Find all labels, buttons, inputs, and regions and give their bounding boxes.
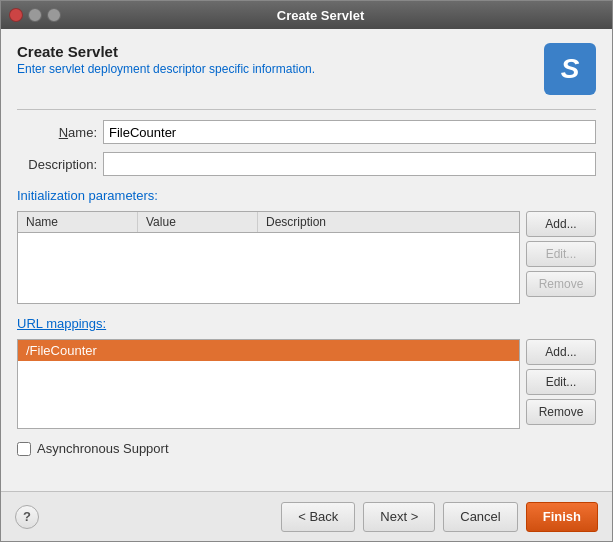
name-input[interactable]	[103, 120, 596, 144]
help-button[interactable]: ?	[15, 505, 39, 529]
cancel-button[interactable]: Cancel	[443, 502, 517, 532]
init-edit-button[interactable]: Edit...	[526, 241, 596, 267]
init-remove-button[interactable]: Remove	[526, 271, 596, 297]
async-row: Asynchronous Support	[17, 441, 596, 456]
init-params-table: Name Value Description	[17, 211, 520, 304]
col-header-name: Name	[18, 212, 138, 232]
dialog-window: Create Servlet Create Servlet Enter serv…	[0, 0, 613, 542]
init-params-table-body	[18, 233, 519, 303]
url-mappings-buttons: Add... Edit... Remove	[526, 339, 596, 425]
close-button[interactable]	[9, 8, 23, 22]
header-text: Create Servlet Enter servlet deployment …	[17, 43, 315, 76]
dialog-title: Create Servlet	[17, 43, 315, 60]
init-params-section: Name Value Description Add... Edit... Re…	[17, 211, 596, 304]
init-params-buttons: Add... Edit... Remove	[526, 211, 596, 297]
init-add-button[interactable]: Add...	[526, 211, 596, 237]
description-input[interactable]	[103, 152, 596, 176]
window-title: Create Servlet	[67, 8, 574, 23]
finish-button[interactable]: Finish	[526, 502, 598, 532]
footer-buttons: < Back Next > Cancel Finish	[281, 502, 598, 532]
url-mapping-item[interactable]: /FileCounter	[18, 340, 519, 361]
col-header-desc: Description	[258, 212, 519, 232]
url-edit-button[interactable]: Edit...	[526, 369, 596, 395]
init-params-label: Initialization parameters:	[17, 188, 596, 203]
name-label: Name:	[17, 125, 97, 140]
minimize-button[interactable]	[28, 8, 42, 22]
dialog-subtitle: Enter servlet deployment descriptor spec…	[17, 62, 315, 76]
async-label: Asynchronous Support	[37, 441, 169, 456]
maximize-button[interactable]	[47, 8, 61, 22]
name-row: Name:	[17, 120, 596, 144]
url-mappings-table: /FileCounter	[17, 339, 520, 429]
dialog-content: Create Servlet Enter servlet deployment …	[1, 29, 612, 491]
servlet-icon: S	[544, 43, 596, 95]
title-bar: Create Servlet	[1, 1, 612, 29]
header-divider	[17, 109, 596, 110]
next-button[interactable]: Next >	[363, 502, 435, 532]
url-mappings-label: URL mappings:	[17, 316, 596, 331]
col-header-value: Value	[138, 212, 258, 232]
description-label: Description:	[17, 157, 97, 172]
window-controls	[9, 8, 61, 22]
table-header-row: Name Value Description	[18, 212, 519, 233]
header-section: Create Servlet Enter servlet deployment …	[17, 43, 596, 95]
description-row: Description:	[17, 152, 596, 176]
dialog-footer: ? < Back Next > Cancel Finish	[1, 491, 612, 541]
url-remove-button[interactable]: Remove	[526, 399, 596, 425]
url-mappings-section: /FileCounter Add... Edit... Remove	[17, 339, 596, 429]
async-checkbox[interactable]	[17, 442, 31, 456]
url-add-button[interactable]: Add...	[526, 339, 596, 365]
back-button[interactable]: < Back	[281, 502, 355, 532]
